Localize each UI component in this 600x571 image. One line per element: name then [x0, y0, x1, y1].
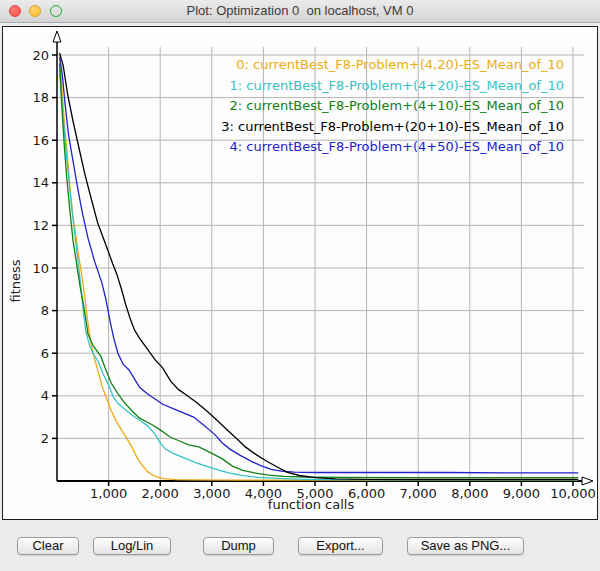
- window-title: Plot: Optimization 0 on localhost, VM 0: [0, 0, 600, 22]
- y-axis-label: fitness: [8, 211, 24, 351]
- svg-text:16: 16: [32, 133, 49, 148]
- x-axis-label: function calls: [211, 497, 411, 512]
- svg-text:12: 12: [32, 218, 49, 233]
- svg-text:1,000: 1,000: [90, 486, 127, 501]
- svg-text:8: 8: [41, 303, 49, 318]
- svg-text:8,000: 8,000: [451, 486, 488, 501]
- plot-panel: 24681012141618201,0002,0003,0004,0005,00…: [2, 26, 598, 520]
- svg-text:10,000: 10,000: [550, 486, 596, 501]
- legend-item: 2: currentBest_F8-Problem+(4+10)-ES_Mean…: [221, 96, 564, 117]
- title-bar: Plot: Optimization 0 on localhost, VM 0: [0, 0, 600, 23]
- svg-text:9,000: 9,000: [503, 486, 540, 501]
- svg-text:2,000: 2,000: [142, 486, 179, 501]
- svg-text:2: 2: [41, 431, 49, 446]
- svg-text:18: 18: [32, 90, 49, 105]
- clear-button[interactable]: Clear: [17, 537, 79, 555]
- dump-button[interactable]: Dump: [203, 537, 274, 555]
- svg-text:10: 10: [32, 261, 49, 276]
- export-button[interactable]: Export...: [298, 537, 383, 555]
- log-lin-button[interactable]: Log/Lin: [93, 537, 171, 555]
- legend-item: 4: currentBest_F8-Problem+(4+50)-ES_Mean…: [221, 137, 564, 158]
- svg-text:4: 4: [41, 388, 49, 403]
- legend-item: 1: currentBest_F8-Problem+(4+20)-ES_Mean…: [221, 76, 564, 97]
- chart-legend: 0: currentBest_F8-Problem+(4,20)-ES_Mean…: [221, 55, 564, 158]
- svg-text:14: 14: [32, 175, 49, 190]
- svg-text:6: 6: [41, 346, 49, 361]
- save-as-png-button[interactable]: Save as PNG...: [407, 537, 524, 555]
- legend-item: 3: currentBest_F8-Problem+(20+10)-ES_Mea…: [221, 117, 564, 138]
- legend-item: 0: currentBest_F8-Problem+(4,20)-ES_Mean…: [221, 55, 564, 76]
- button-bar: Clear Log/Lin Dump Export... Save as PNG…: [0, 520, 600, 571]
- svg-text:20: 20: [32, 48, 49, 63]
